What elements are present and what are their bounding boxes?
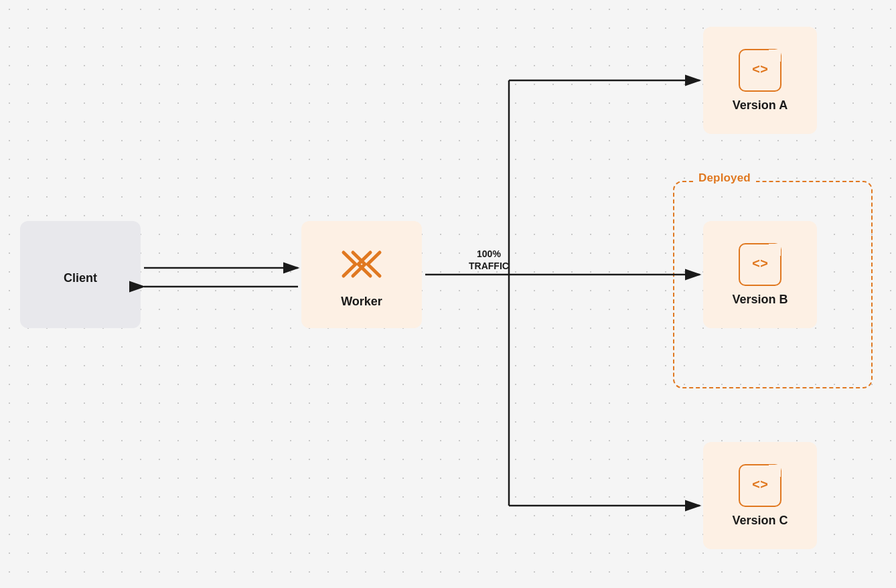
client-label: Client [64,271,97,285]
version-a-node: <> Version A [703,27,817,134]
traffic-label: 100% TRAFFIC [469,248,509,272]
version-c-code-icon: <> [752,477,768,493]
client-node: Client [20,221,141,328]
diagram: Client Worker <> Version A Deployed [0,0,896,588]
version-c-icon: <> [739,464,781,507]
worker-label: Worker [341,295,382,309]
version-c-node: <> Version C [703,442,817,549]
version-a-icon: <> [739,49,781,92]
traffic-percentage: 100% [477,248,501,259]
deployed-badge: Deployed [693,171,756,185]
version-b-label: Version B [732,293,788,307]
version-b-icon: <> [739,243,781,286]
traffic-text: TRAFFIC [469,261,509,271]
version-c-label: Version C [732,514,788,528]
worker-node: Worker [301,221,422,328]
version-a-code-icon: <> [752,62,768,78]
version-a-label: Version A [733,98,788,113]
version-b-node: <> Version B [703,221,817,328]
version-b-code-icon: <> [752,256,768,272]
worker-icon [338,241,385,288]
